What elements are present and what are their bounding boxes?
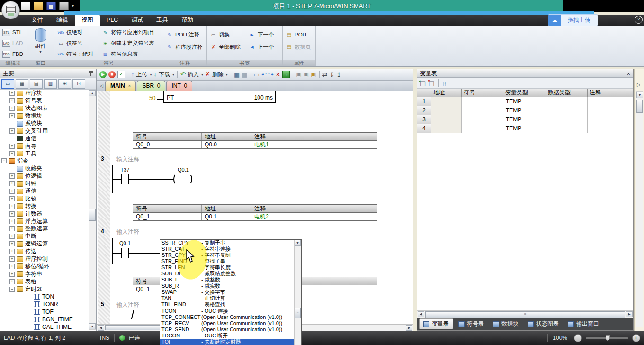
network-comment[interactable]: 输入注释 (116, 301, 139, 309)
row-number[interactable]: 3 (417, 115, 431, 124)
tree-toggle-icon[interactable] (27, 301, 32, 307)
panel-tab[interactable]: 状态图表 (524, 319, 563, 329)
tree-toggle-icon[interactable] (9, 91, 15, 96)
menu-item[interactable]: PLC (100, 15, 125, 26)
tree-item[interactable]: 通信 (0, 188, 89, 195)
create-symbol-table-button[interactable]: 创建未定义符号表 (102, 39, 154, 47)
scrollbar-thumb[interactable]: ≡ (295, 308, 301, 318)
var-type-cell[interactable]: TEMP (503, 115, 546, 124)
bookmark-prev-button[interactable]: 上一个 (249, 43, 274, 51)
scroll-down-icon[interactable]: ▼ (636, 92, 643, 98)
tree-item[interactable]: 指令 (0, 157, 89, 165)
data-type-cell[interactable] (546, 97, 588, 106)
var-type-cell[interactable]: TEMP (503, 124, 546, 133)
tree-toggle-icon[interactable] (9, 144, 15, 149)
drag-upload-button[interactable]: ☁ 拖拽上传 (548, 14, 598, 26)
symbol-only-button[interactable]: 仅符号 (57, 39, 83, 47)
tab-main[interactable]: MAIN × (105, 81, 136, 91)
panel-hscrollbar[interactable]: ◀ ≡ ▶ (417, 310, 633, 318)
dropdown-scrollbar[interactable]: ▲ ≡ ▼ (294, 240, 301, 345)
lock-dim-icon[interactable]: ▣ (304, 71, 309, 78)
menu-item[interactable]: 调试 (125, 15, 150, 26)
tree-item[interactable]: CAL_ITIME (0, 323, 89, 331)
tree-item[interactable]: 转换 (0, 202, 89, 210)
instruction-list-item[interactable]: TCP_CONNECT (Open User Communication (v1… (160, 314, 294, 320)
upload-button[interactable]: 上传 (136, 71, 148, 79)
monitor-icon[interactable]: ⊡ (72, 79, 85, 89)
tree-item[interactable]: 定时器 (0, 285, 89, 293)
coil-label[interactable]: Q0.1 (169, 167, 197, 172)
comment-cell[interactable] (588, 115, 633, 124)
tree-item[interactable]: 系统块 (0, 120, 89, 127)
view-icon-2[interactable]: ▦ (16, 79, 28, 89)
symbol-cell[interactable] (462, 124, 503, 133)
tree-toggle-icon[interactable] (9, 272, 15, 277)
tree-item[interactable]: 计数器 (0, 210, 89, 218)
tree-item[interactable]: 交叉引用 (0, 127, 89, 135)
zoom-slider-thumb[interactable] (606, 335, 610, 341)
tree-toggle-icon[interactable] (9, 204, 15, 209)
scrollbar-thumb[interactable] (636, 100, 643, 113)
tree-toggle-icon[interactable] (9, 219, 15, 224)
absolute-only-button[interactable]: VBx仅绝对 (57, 28, 83, 36)
symbol-cell[interactable] (462, 106, 503, 115)
tree-toggle-icon[interactable] (9, 181, 15, 186)
tree-item[interactable]: 浮点运算 (0, 218, 89, 225)
view-icon-4[interactable]: ▥ (44, 79, 57, 89)
menu-item[interactable]: 编辑 (50, 15, 75, 26)
bookmark-toggle-button[interactable]: 切换 (210, 30, 230, 39)
lock-icon[interactable]: ▣ (296, 71, 301, 78)
instruction-list-item[interactable]: STR_LEN - 字符串长度 (160, 264, 294, 271)
scroll-down-icon[interactable]: ▼ (89, 323, 96, 329)
branch-icon[interactable]: ⇄ (322, 71, 328, 78)
tree-toggle-icon[interactable] (9, 189, 15, 194)
view-icon-1[interactable]: ▭ (1, 79, 14, 89)
delete-button[interactable]: 删除 (212, 71, 224, 79)
insert-icon[interactable]: ↶ (180, 70, 186, 79)
symbol-absolute-button[interactable]: VBx符号：绝对 (57, 50, 94, 58)
address-cell[interactable] (431, 124, 462, 133)
tab-int0[interactable]: INT_0 (166, 81, 192, 91)
box-icon[interactable]: ▭ (253, 71, 259, 78)
tree-item[interactable]: 向导 (0, 142, 89, 150)
symbol-info-table-button[interactable]: 符号信息表 (102, 50, 138, 58)
tree-item[interactable]: 工具 (0, 150, 89, 157)
row-number[interactable]: 2 (417, 106, 431, 115)
fbd-button[interactable]: FBDFBD (2, 50, 23, 58)
tree-item[interactable]: 中断 (0, 233, 89, 240)
network-comment-button[interactable]: 程序段注释 (166, 43, 203, 51)
contact-label[interactable]: T37 (115, 167, 135, 172)
menu-item[interactable]: 文件 (25, 15, 50, 26)
instruction-list-item[interactable]: STR_CAT - 字符串连接 (160, 246, 294, 252)
redo-icon[interactable]: ↷ (268, 71, 274, 78)
data-page-button[interactable]: 数据页 (286, 43, 311, 51)
pin-icon[interactable] (89, 71, 93, 76)
scroll-down-icon[interactable]: ▼ (295, 240, 301, 246)
data-type-cell[interactable] (546, 124, 588, 133)
instruction-list-item[interactable]: TCP_SEND (Open User Communication (v1.0)… (160, 327, 294, 333)
pou-properties-button[interactable]: POU (286, 30, 306, 39)
delete-dropdown-icon[interactable]: ▾ (226, 73, 228, 77)
branch-down-icon[interactable]: ↧ (329, 71, 334, 78)
contact-bar[interactable] (121, 174, 122, 184)
address-cell[interactable] (431, 97, 462, 106)
chart-dim-icon[interactable]: ▦ (242, 71, 247, 78)
panel-tab[interactable]: 变量表 (419, 318, 453, 329)
save-icon[interactable] (46, 2, 56, 10)
tree-toggle-icon[interactable] (9, 234, 15, 239)
upload-dropdown-icon[interactable]: ▾ (150, 73, 152, 77)
scrollbar-thumb[interactable]: ≡ (425, 311, 625, 318)
instruction-list-item[interactable]: SUB_I - 减整数 (160, 277, 294, 283)
symbol-table-row[interactable]: Q0_1 Q0.1 电机2 (133, 213, 377, 220)
bookmark-remove-all-button[interactable]: 全部删除 (210, 43, 241, 51)
symbol-cell[interactable] (462, 115, 503, 124)
tree-item[interactable]: 整数运算 (0, 225, 89, 233)
zoom-out-icon[interactable]: − (574, 334, 582, 342)
tree-toggle-icon[interactable] (27, 294, 32, 299)
tree-toggle-icon[interactable] (27, 317, 32, 322)
branch-up-icon[interactable]: ↥ (336, 71, 341, 78)
lad-button[interactable]: LADLAD (2, 39, 23, 47)
apply-icon[interactable]: ▯ (443, 80, 446, 87)
undo-icon[interactable]: ↶ (261, 71, 267, 78)
tree-toggle-icon[interactable] (9, 256, 15, 262)
